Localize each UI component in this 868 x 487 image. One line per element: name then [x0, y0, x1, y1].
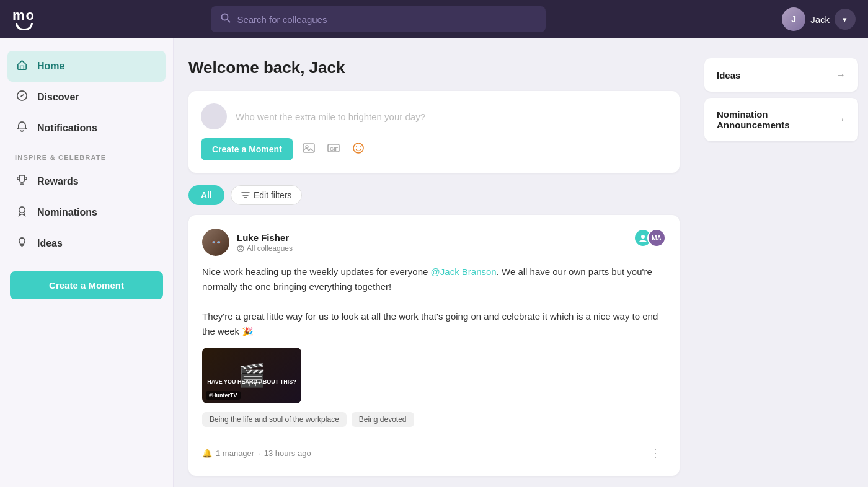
sidebar-item-notifications-label: Notifications: [37, 123, 97, 134]
search-icon: [221, 13, 231, 25]
post-header: 👓 Luke Fisher All colleagues: [202, 229, 666, 256]
composer-avatar: [201, 103, 227, 129]
search-bar[interactable]: [211, 6, 546, 32]
ribbon-icon: [15, 205, 29, 220]
compass-icon: [15, 90, 29, 105]
avatar: J: [782, 7, 805, 31]
post-author-info: Luke Fisher All colleagues: [237, 232, 293, 253]
post-audience: All colleagues: [237, 244, 293, 253]
post-body-text3: They're a great little way for us to loo…: [202, 311, 658, 336]
gif-label: #HunterTV: [206, 391, 241, 400]
reaction-avatar-purple: MA: [647, 229, 666, 247]
gif-text: HAVE YOU HEARD ABOUT THIS?: [202, 379, 301, 385]
sidebar-item-home-label: Home: [37, 61, 64, 72]
section-label-inspire: INSPIRE & CELEBRATE: [0, 144, 173, 166]
sidebar-item-nominations[interactable]: Nominations: [0, 197, 173, 228]
logo-text: mo: [12, 9, 35, 22]
svg-point-14: [353, 143, 363, 153]
sidebar-item-home[interactable]: Home: [7, 51, 166, 82]
sidebar-item-rewards[interactable]: Rewards: [0, 166, 173, 197]
post-composer: Who went the extra mile to brighten your…: [188, 91, 680, 173]
ideas-arrow-icon: →: [836, 69, 846, 81]
post-user: 👓 Luke Fisher All colleagues: [202, 229, 293, 256]
post-meta-manager: 1 manager: [216, 449, 254, 458]
main-content: Welcome back, Jack Who went the extra mi…: [174, 38, 694, 487]
post-tag-1: Being devoted: [352, 412, 414, 427]
post-meta: 🔔 1 manager · 13 hours ago: [202, 449, 311, 458]
user-dropdown-button[interactable]: ▾: [835, 9, 856, 30]
edit-filters-button[interactable]: Edit filters: [231, 185, 302, 205]
composer-placeholder[interactable]: Who went the extra mile to brighten your…: [236, 112, 667, 122]
svg-point-7: [19, 207, 25, 213]
user-name: Jack: [810, 14, 830, 25]
post-author-avatar: 👓: [202, 229, 229, 256]
post-meta-separator: ·: [258, 449, 260, 458]
logo: mo: [12, 9, 87, 30]
panel-card-ideas-title: Ideas: [717, 70, 740, 81]
post-body: Nice work heading up the weekly updates …: [202, 265, 666, 339]
emoji-button[interactable]: [349, 139, 368, 160]
sidebar: Home Discover Notifications INSPIRE & CE…: [0, 38, 174, 487]
trophy-icon: [15, 174, 29, 189]
sidebar-item-ideas-label: Ideas: [37, 238, 63, 249]
svg-point-16: [360, 146, 361, 147]
create-moment-composer-button[interactable]: Create a Moment: [201, 138, 293, 160]
panel-card-ideas[interactable]: Ideas →: [704, 58, 858, 92]
post-author-name: Luke Fisher: [237, 232, 293, 243]
svg-point-15: [356, 146, 357, 147]
panel-card-nominations[interactable]: Nomination Announcements →: [704, 98, 858, 141]
svg-point-19: [641, 235, 645, 239]
svg-line-1: [228, 20, 230, 22]
filter-bar: All Edit filters: [188, 185, 680, 205]
svg-marker-4: [20, 94, 24, 98]
filter-all-button[interactable]: All: [188, 185, 224, 205]
search-input[interactable]: [237, 14, 536, 25]
user-area: J Jack ▾: [782, 7, 856, 31]
page-title: Welcome back, Jack: [188, 58, 680, 77]
post-tag-0: Being the life and soul of the workplace: [202, 412, 347, 427]
bell-small-icon: 🔔: [202, 449, 212, 458]
sidebar-item-discover-label: Discover: [37, 92, 79, 103]
right-panel: Ideas → Nomination Announcements →: [694, 38, 868, 487]
composer-top: Who went the extra mile to brighten your…: [201, 103, 667, 129]
post-tags: Being the life and soul of the workplace…: [202, 412, 666, 427]
nominations-arrow-icon: →: [836, 114, 846, 125]
chevron-down-icon: ▾: [843, 15, 847, 24]
home-icon: [15, 59, 29, 74]
topbar: mo J Jack ▾: [0, 0, 868, 38]
post-card: 👓 Luke Fisher All colleagues: [188, 215, 680, 476]
post-gif: 🎬 #HunterTV HAVE YOU HEARD ABOUT THIS?: [202, 348, 301, 403]
post-more-button[interactable]: ⋮: [645, 444, 666, 462]
sidebar-item-discover[interactable]: Discover: [0, 82, 173, 113]
edit-filters-label: Edit filters: [254, 190, 291, 200]
gif-button[interactable]: GIF: [324, 139, 343, 160]
sidebar-item-notifications[interactable]: Notifications: [0, 113, 173, 144]
bulb-icon: [15, 236, 29, 251]
sidebar-item-rewards-label: Rewards: [37, 176, 79, 187]
composer-actions: Create a Moment GIF: [201, 138, 667, 160]
post-body-text1: Nice work heading up the weekly updates …: [202, 266, 431, 277]
logo-smile-icon: [16, 23, 33, 30]
reaction-avatars: MA: [634, 229, 666, 247]
post-footer: 🔔 1 manager · 13 hours ago ⋮: [202, 436, 666, 462]
post-meta-time: 13 hours ago: [264, 449, 311, 458]
svg-rect-2: [20, 66, 24, 69]
svg-point-18: [239, 246, 242, 248]
sidebar-item-nominations-label: Nominations: [37, 207, 97, 218]
post-mention[interactable]: @Jack Branson: [431, 266, 497, 277]
sidebar-item-ideas[interactable]: Ideas: [0, 228, 173, 259]
main-layout: Home Discover Notifications INSPIRE & CE…: [0, 38, 868, 487]
create-moment-button[interactable]: Create a Moment: [10, 271, 163, 299]
svg-point-11: [306, 146, 308, 148]
bell-icon: [15, 121, 29, 136]
panel-card-nominations-title: Nomination Announcements: [717, 109, 836, 130]
post-audience-label: All colleagues: [247, 244, 293, 253]
svg-text:GIF: GIF: [330, 146, 338, 152]
image-upload-button[interactable]: [299, 139, 318, 160]
